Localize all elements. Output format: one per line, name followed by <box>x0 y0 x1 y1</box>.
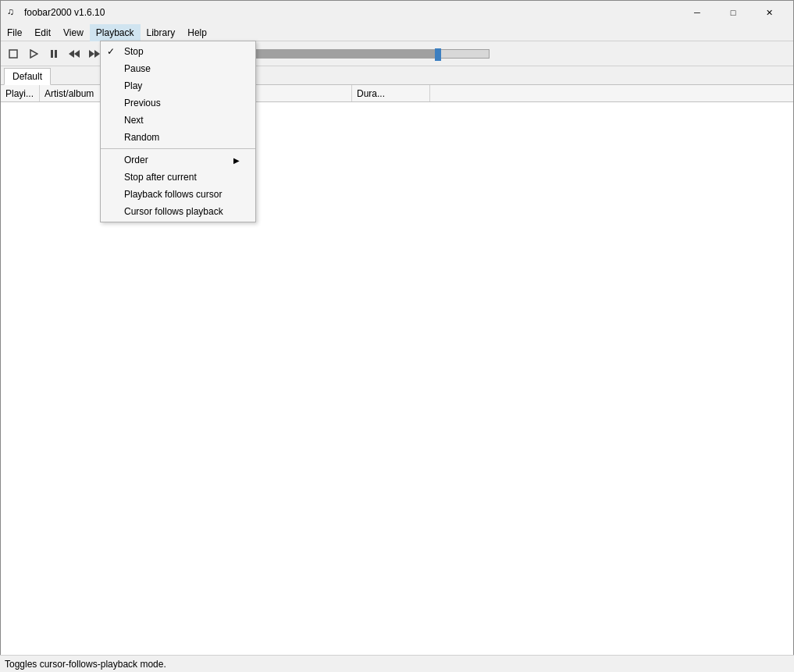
minimize-button[interactable]: ─ <box>679 1 715 24</box>
menu-bar: File Edit View Playback Library Help <box>1 24 793 41</box>
menu-view[interactable]: View <box>57 24 90 41</box>
app-title: foobar2000 v1.6.10 <box>24 7 679 18</box>
menu-item-stop[interactable]: Stop <box>101 43 255 60</box>
svg-rect-0 <box>9 50 17 58</box>
menu-item-stop-after-current[interactable]: Stop after current <box>101 169 255 186</box>
toolbar-prev-btn[interactable] <box>65 44 84 63</box>
toolbar-stop-btn[interactable] <box>4 44 23 63</box>
menu-item-cursor-follows-playback[interactable]: Cursor follows playback <box>101 203 255 220</box>
maximize-button[interactable]: □ <box>715 1 751 24</box>
title-bar: ♫ foobar2000 v1.6.10 ─ □ ✕ <box>1 1 793 24</box>
svg-marker-5 <box>74 50 80 58</box>
col-duration[interactable]: Dura... <box>352 85 430 101</box>
submenu-arrow: ▶ <box>233 156 240 165</box>
svg-marker-1 <box>30 50 37 58</box>
menu-item-random[interactable]: Random <box>101 129 255 146</box>
menu-edit[interactable]: Edit <box>28 24 57 41</box>
window-controls: ─ □ ✕ <box>679 1 787 24</box>
volume-bar[interactable] <box>224 49 490 59</box>
menu-item-previous[interactable]: Previous <box>101 94 255 112</box>
toolbar-play-btn[interactable] <box>24 44 43 63</box>
menu-sep-1 <box>101 148 255 149</box>
menu-library[interactable]: Library <box>141 24 182 41</box>
tab-default[interactable]: Default <box>4 68 51 85</box>
toolbar-pause-btn[interactable] <box>45 44 63 63</box>
app-icon: ♫ <box>7 6 20 19</box>
col-playing[interactable]: Playi... <box>1 85 40 101</box>
svg-marker-6 <box>89 50 94 58</box>
menu-playback[interactable]: Playback <box>90 24 141 41</box>
menu-file[interactable]: File <box>1 24 28 41</box>
volume-thumb[interactable] <box>435 48 441 61</box>
status-text: Toggles cursor-follows-playback mode. <box>5 659 166 670</box>
status-bar: Toggles cursor-follows-playback mode. <box>0 655 794 672</box>
playback-dropdown: Stop Pause Play Previous Next Random Ord… <box>100 41 256 222</box>
menu-help[interactable]: Help <box>181 24 213 41</box>
menu-item-play[interactable]: Play <box>101 77 255 94</box>
volume-fill <box>225 50 436 58</box>
menu-item-pause[interactable]: Pause <box>101 60 255 77</box>
svg-marker-7 <box>94 50 100 58</box>
close-button[interactable]: ✕ <box>751 1 787 24</box>
svg-rect-3 <box>55 50 57 58</box>
svg-rect-2 <box>51 50 53 58</box>
menu-item-next[interactable]: Next <box>101 112 255 129</box>
menu-item-playback-follows-cursor[interactable]: Playback follows cursor <box>101 186 255 203</box>
volume-area <box>224 49 490 59</box>
svg-marker-4 <box>69 50 74 58</box>
menu-item-order[interactable]: Order ▶ <box>101 151 255 169</box>
